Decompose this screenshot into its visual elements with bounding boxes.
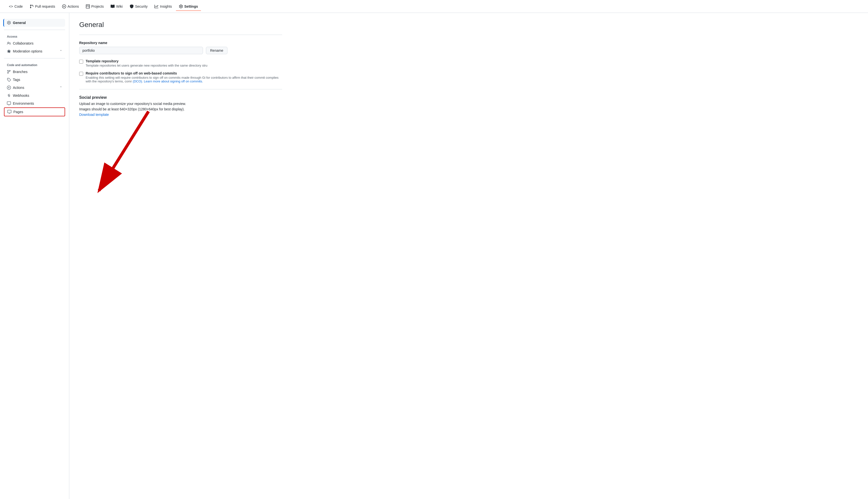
sidebar-item-tags[interactable]: Tags xyxy=(4,76,65,84)
sidebar-item-moderation[interactable]: Moderation options ⌃ xyxy=(4,47,65,55)
sidebar-item-environments[interactable]: Environments xyxy=(4,99,65,107)
wiki-icon xyxy=(111,4,114,9)
insights-icon xyxy=(155,4,158,9)
sidebar-item-collaborators-label: Collaborators xyxy=(13,41,34,45)
collaborators-icon xyxy=(7,41,11,45)
layout: General Access Collaborators xyxy=(0,13,868,499)
sign-off-checkbox[interactable] xyxy=(79,72,83,76)
nav-security[interactable]: Security xyxy=(127,2,151,11)
images-text: Images should be at least 640×320px (128… xyxy=(79,107,282,111)
nav-wiki[interactable]: Wiki xyxy=(108,2,125,11)
dco-link[interactable]: (DCO). xyxy=(133,80,143,83)
page-title: General xyxy=(79,21,282,29)
sidebar-item-branches[interactable]: Branches xyxy=(4,68,65,76)
projects-icon xyxy=(86,4,90,9)
sidebar: General Access Collaborators xyxy=(0,13,69,499)
nav-code-label: Code xyxy=(14,4,23,9)
nav-projects-label: Projects xyxy=(91,4,104,9)
nav-projects[interactable]: Projects xyxy=(83,2,107,11)
nav-settings-label: Settings xyxy=(184,4,198,9)
branches-icon xyxy=(7,70,11,74)
sidebar-item-actions-label: Actions xyxy=(13,86,24,89)
top-nav: <> Code Pull requests Actions xyxy=(0,0,868,13)
environments-icon xyxy=(7,101,11,106)
nav-settings[interactable]: Settings xyxy=(176,2,201,11)
moderation-icon xyxy=(7,49,11,53)
sidebar-item-pages[interactable]: Pages xyxy=(4,107,65,116)
nav-actions-label: Actions xyxy=(68,4,79,9)
sidebar-item-tags-label: Tags xyxy=(13,78,20,82)
actions-sidebar-icon xyxy=(7,86,11,89)
repo-name-input[interactable] xyxy=(79,47,203,54)
sidebar-item-pages-label: Pages xyxy=(13,110,23,114)
code-icon: <> xyxy=(9,4,13,9)
learn-more-link[interactable]: Learn more about signing off on commits. xyxy=(144,80,203,83)
actions-icon xyxy=(62,4,66,9)
rename-button[interactable]: Rename xyxy=(206,47,228,54)
chevron-down-icon: ⌃ xyxy=(60,49,62,53)
main-content: General Repository name Rename Template … xyxy=(69,13,292,499)
social-preview-text: Upload an image to customize your reposi… xyxy=(79,102,282,106)
sidebar-section-code-automation: Code and automation xyxy=(4,61,65,68)
template-repo-desc: Template repositories let users generate… xyxy=(86,64,207,67)
nav-security-label: Security xyxy=(135,4,148,9)
template-repo-checkbox[interactable] xyxy=(79,60,83,64)
sidebar-item-general[interactable]: General xyxy=(3,19,65,27)
nav-pull-requests[interactable]: Pull requests xyxy=(27,2,58,11)
sidebar-item-general-label: General xyxy=(13,21,26,25)
template-repo-label: Template repository xyxy=(86,59,207,63)
nav-insights-label: Insights xyxy=(160,4,172,9)
sign-off-label: Require contributors to sign off on web-… xyxy=(86,71,282,75)
nav-insights[interactable]: Insights xyxy=(151,2,175,11)
sidebar-item-actions[interactable]: Actions ⌃ xyxy=(4,84,65,92)
sign-off-desc: Enabling this setting will require contr… xyxy=(86,76,282,83)
pages-icon xyxy=(8,110,11,114)
sidebar-item-branches-label: Branches xyxy=(13,70,27,74)
repo-name-label: Repository name xyxy=(79,41,282,45)
pull-requests-icon xyxy=(30,4,34,9)
sidebar-item-collaborators[interactable]: Collaborators xyxy=(4,39,65,47)
security-icon xyxy=(130,4,134,9)
gear-icon xyxy=(7,21,11,25)
template-repo-row: Template repository Template repositorie… xyxy=(79,59,282,67)
section-divider-1 xyxy=(79,35,282,35)
webhooks-icon xyxy=(7,94,11,98)
social-preview-heading: Social preview xyxy=(79,95,282,100)
sidebar-item-webhooks[interactable]: Webhooks xyxy=(4,92,65,99)
sign-off-row: Require contributors to sign off on web-… xyxy=(79,71,282,83)
nav-actions[interactable]: Actions xyxy=(59,2,82,11)
sidebar-item-moderation-label: Moderation options xyxy=(13,49,42,53)
nav-wiki-label: Wiki xyxy=(116,4,123,9)
settings-icon xyxy=(179,4,183,9)
nav-code[interactable]: <> Code xyxy=(6,2,26,11)
sidebar-item-webhooks-label: Webhooks xyxy=(13,94,29,98)
nav-pull-requests-label: Pull requests xyxy=(35,4,55,9)
sidebar-section-access: Access xyxy=(4,33,65,39)
section-divider-2 xyxy=(79,89,282,89)
repo-name-row: Rename xyxy=(79,47,282,54)
tags-icon xyxy=(7,78,11,82)
sidebar-item-environments-label: Environments xyxy=(13,101,34,106)
download-template-link[interactable]: Download template xyxy=(79,113,109,117)
chevron-down-icon-actions: ⌃ xyxy=(60,86,62,89)
